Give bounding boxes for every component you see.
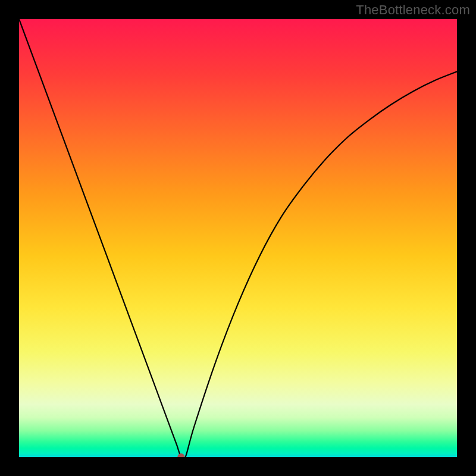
curve-path [19, 19, 457, 457]
min-marker [177, 453, 184, 457]
plot-area [19, 19, 457, 457]
watermark-text: TheBottleneck.com [356, 2, 470, 18]
bottleneck-curve [19, 19, 457, 457]
chart-frame: TheBottleneck.com [0, 0, 476, 476]
